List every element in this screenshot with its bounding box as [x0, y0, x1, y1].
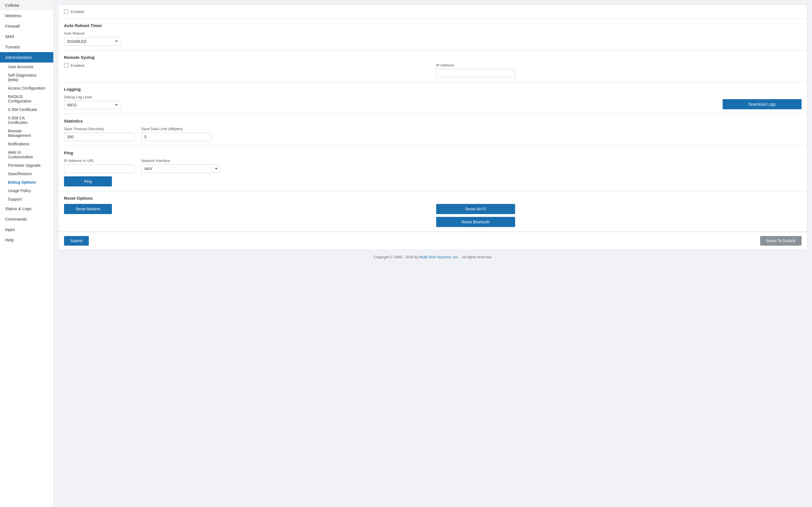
save-data-limit-label: Save Data Limit (MBytes) [141, 127, 212, 131]
auto-reboot-timer-title: Auto Reboot Timer [64, 23, 802, 28]
sidebar-item-wireless[interactable]: Wireless [0, 10, 53, 21]
content-card: Enabled Auto Reboot Timer Auto Reboot DI… [58, 4, 808, 250]
footer-link[interactable]: Multi-Tech Systems, Inc. [419, 255, 459, 259]
ping-ip-input[interactable] [64, 165, 135, 173]
section-remote-syslog: Remote Syslog Enabled IP Address [58, 50, 807, 82]
sidebar-item-help[interactable]: Help [0, 235, 53, 245]
footer-text: Copyright © 1995 - 2019 by [373, 255, 418, 259]
sidebar-item-apps[interactable]: Apps [0, 224, 53, 235]
sidebar-item-status-logs[interactable]: Status & Logs [0, 203, 53, 214]
footer-suffix: · All rights reserved. [460, 255, 492, 259]
sidebar-subitem-firmware-upgrade[interactable]: Firmware Upgrade [0, 161, 53, 170]
sidebar-subitem-access-configuration[interactable]: Access Configuration [0, 84, 53, 93]
sidebar-subitem-usage-policy[interactable]: Usage Policy [0, 186, 53, 195]
ping-button[interactable]: Ping [64, 176, 112, 186]
ping-ip-label: IP Address or URL [64, 159, 135, 163]
sidebar-subitem-x509-certificate[interactable]: X.509 Certificate [0, 105, 53, 114]
remote-syslog-enabled-checkbox[interactable] [64, 63, 68, 68]
sidebar-subitem-debug-options[interactable]: Debug Options [0, 178, 53, 186]
sidebar-item-firewall[interactable]: Firewall [0, 21, 53, 31]
network-interface-label: Network Interface [141, 159, 220, 163]
network-interface-select[interactable]: ANY ETH0 ETH1 [141, 165, 220, 173]
debug-log-level-select[interactable]: INFO DEBUG WARNING ERROR [64, 101, 120, 109]
statistics-title: Statistics [64, 119, 802, 123]
sidebar-subitem-support[interactable]: Support [0, 195, 53, 203]
reset-modem-button[interactable]: Reset Modem [64, 204, 112, 214]
section-statistics: Statistics Save Timeout (Seconds) Save D… [58, 114, 807, 146]
auto-reboot-label: Auto Reboot [64, 31, 802, 36]
section-auto-reboot-timer: Auto Reboot Timer Auto Reboot DISABLED E… [58, 18, 807, 50]
enabled-top-checkbox[interactable] [64, 9, 68, 14]
ip-address-label: IP Address [436, 63, 802, 67]
remote-syslog-title: Remote Syslog [64, 55, 802, 60]
sidebar-subitem-radius-configuration[interactable]: RADIUS Configuration [0, 93, 53, 105]
main-content: Enabled Auto Reboot Timer Auto Reboot DI… [54, 0, 812, 507]
section-reset-options: Reset Options Reset Modem Reset Wi-Fi Re… [58, 191, 807, 232]
sidebar-subitem-save-restore[interactable]: Save/Restore [0, 170, 53, 178]
reset-wifi-button[interactable]: Reset Wi-Fi [436, 204, 515, 214]
debug-log-level-label: Debug Log Level [64, 95, 120, 99]
sidebar-item-administration[interactable]: Administration [0, 52, 53, 62]
sidebar-item-commands[interactable]: Commands [0, 214, 53, 224]
ip-address-input[interactable] [436, 69, 515, 77]
save-timeout-input[interactable] [64, 133, 135, 141]
save-timeout-label: Save Timeout (Seconds) [64, 127, 135, 131]
ping-title: Ping [64, 151, 802, 155]
logging-title: Logging [64, 87, 802, 92]
auto-reboot-select[interactable]: DISABLED ENABLED [64, 37, 120, 46]
remote-syslog-enabled-label: Enabled [71, 63, 84, 68]
section-logging: Logging Debug Log Level INFO DEBUG WARNI… [58, 82, 807, 114]
sidebar-item-sms[interactable]: SMS [0, 31, 53, 42]
submit-button[interactable]: Submit [64, 236, 89, 245]
sidebar-item-tunnels[interactable]: Tunnels [0, 42, 53, 52]
download-logs-button[interactable]: Download Logs [723, 99, 802, 109]
sidebar-subitem-user-accounts[interactable]: User Accounts [0, 62, 53, 71]
reset-to-default-button[interactable]: Reset To Default [760, 236, 802, 245]
enabled-top-label: Enabled [71, 10, 84, 14]
reset-options-title: Reset Options [64, 196, 802, 201]
reset-bluetooth-button[interactable]: Reset Bluetooth [436, 217, 515, 227]
footer-bar: Submit Reset To Default [58, 232, 807, 249]
sidebar-subitem-self-diagnostics[interactable]: Self-Diagnostics (beta) [0, 71, 53, 84]
sidebar-subitem-remote-management[interactable]: Remote Management [0, 127, 53, 140]
sidebar-subitem-web-ui-customization[interactable]: Web UI Customization [0, 148, 53, 161]
sidebar-subitem-x509-ca-certificates[interactable]: X.509 CA Certificates [0, 114, 53, 127]
sidebar-subitem-notifications[interactable]: Notifications [0, 140, 53, 148]
page-footer: Copyright © 1995 - 2019 by Multi-Tech Sy… [54, 250, 812, 264]
sidebar-item-cellular[interactable]: Cellular [0, 0, 53, 10]
section-enabled-top: Enabled [58, 5, 807, 18]
save-data-limit-input[interactable] [141, 133, 212, 141]
sidebar: Cellular Wireless Firewall SMS Tunnels A… [0, 0, 54, 507]
section-ping: Ping IP Address or URL Network Interface… [58, 146, 807, 191]
